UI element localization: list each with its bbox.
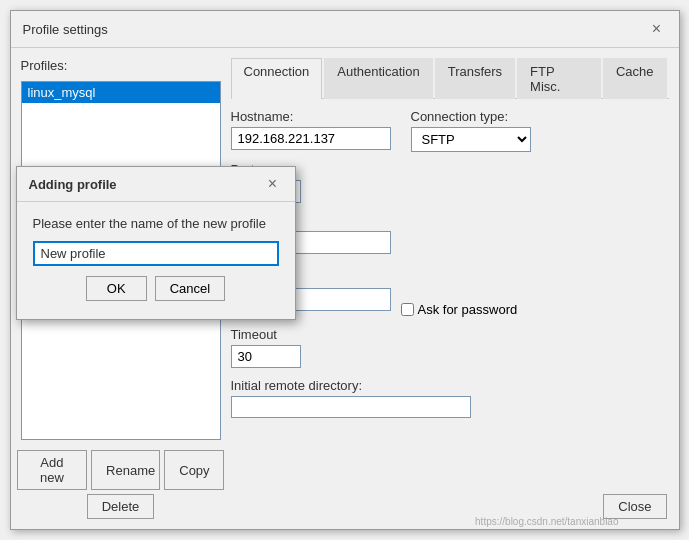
- overlay-buttons: OK Cancel: [33, 276, 279, 305]
- profiles-label: Profiles:: [21, 58, 221, 73]
- add-new-button[interactable]: Add new: [17, 450, 87, 490]
- timeout-input[interactable]: [231, 345, 301, 368]
- profile-item-linux-mysql[interactable]: linux_mysql: [22, 82, 220, 103]
- adding-profile-dialog: Adding profile × Please enter the name o…: [16, 166, 296, 320]
- remote-dir-input[interactable]: [231, 396, 471, 418]
- form-row-hostname: Hostname: Connection type: SFTP FTP FTPS: [231, 109, 669, 152]
- hostname-group: Hostname:: [231, 109, 391, 150]
- tab-authentication[interactable]: Authentication: [324, 58, 432, 99]
- close-icon[interactable]: ×: [647, 19, 667, 39]
- remote-dir-label: Initial remote directory:: [231, 378, 471, 393]
- dialog-title: Profile settings: [23, 22, 108, 37]
- watermark: https://blog.csdn.net/tanxianbiao: [475, 516, 618, 527]
- new-profile-input[interactable]: [33, 241, 279, 266]
- profile-buttons-row-1: Add new Rename Copy: [17, 450, 225, 490]
- dialog-titlebar: Profile settings ×: [11, 11, 679, 48]
- connection-type-select[interactable]: SFTP FTP FTPS: [411, 127, 531, 152]
- ask-password-checkbox[interactable]: [401, 303, 414, 316]
- connection-type-label: Connection type:: [411, 109, 531, 124]
- timeout-group: Timeout: [231, 327, 301, 368]
- cancel-button[interactable]: Cancel: [155, 276, 225, 301]
- timeout-label: Timeout: [231, 327, 301, 342]
- ask-password-group: Ask for password: [401, 302, 518, 317]
- overlay-close-icon[interactable]: ×: [263, 174, 283, 194]
- overlay-titlebar: Adding profile ×: [17, 167, 295, 202]
- tabs: Connection Authentication Transfers FTP …: [231, 58, 669, 99]
- ask-password-label[interactable]: Ask for password: [418, 302, 518, 317]
- hostname-input[interactable]: [231, 127, 391, 150]
- form-row-timeout: Timeout: [231, 327, 669, 368]
- ok-button[interactable]: OK: [86, 276, 147, 301]
- form-row-remote-dir: Initial remote directory:: [231, 378, 669, 418]
- form-row-port: Port:: [231, 162, 669, 203]
- rename-button[interactable]: Rename: [91, 450, 160, 490]
- form-row-password: Password: Ask for password: [231, 264, 669, 317]
- overlay-description: Please enter the name of the new profile: [33, 216, 279, 231]
- tab-connection[interactable]: Connection: [231, 58, 323, 99]
- connection-type-group: Connection type: SFTP FTP FTPS: [411, 109, 531, 152]
- copy-button[interactable]: Copy: [164, 450, 224, 490]
- overlay-body: Please enter the name of the new profile…: [17, 202, 295, 319]
- tab-ftp-misc[interactable]: FTP Misc.: [517, 58, 601, 99]
- right-panel: Connection Authentication Transfers FTP …: [231, 58, 669, 519]
- connection-form: Hostname: Connection type: SFTP FTP FTPS: [231, 109, 669, 418]
- remote-dir-group: Initial remote directory:: [231, 378, 471, 418]
- overlay-title: Adding profile: [29, 177, 117, 192]
- tab-transfers[interactable]: Transfers: [435, 58, 515, 99]
- form-row-username: Username:: [231, 213, 669, 254]
- hostname-label: Hostname:: [231, 109, 391, 124]
- profile-buttons-row-2: Delete: [87, 494, 155, 519]
- tab-cache[interactable]: Cache: [603, 58, 667, 99]
- delete-button[interactable]: Delete: [87, 494, 155, 519]
- profile-buttons: Add new Rename Copy Delete: [21, 446, 221, 519]
- profile-settings-dialog: Profile settings × Profiles: linux_mysql…: [10, 10, 680, 530]
